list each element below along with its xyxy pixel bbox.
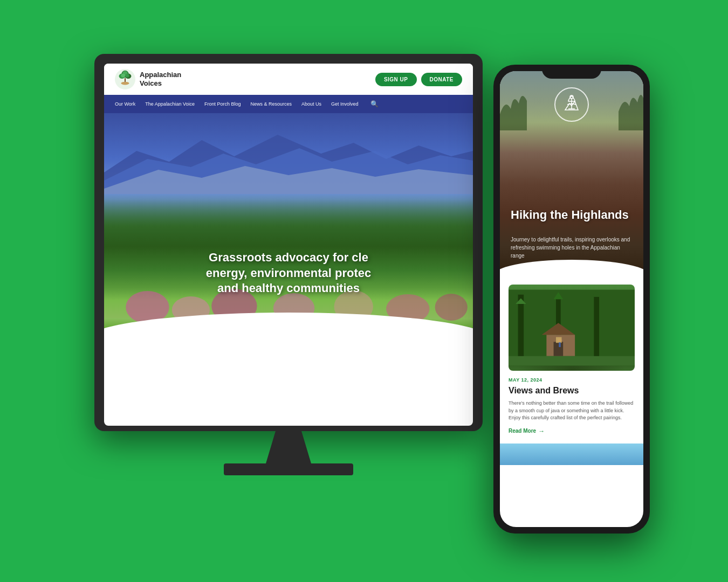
- hero-mountains-svg: [104, 129, 473, 194]
- svg-rect-27: [559, 342, 561, 347]
- hero-text: Grassroots advocacy for cle energy, envi…: [122, 250, 455, 296]
- svg-point-8: [125, 74, 129, 78]
- scene: Appalachian Voices SIGN UP DONATE Our Wo…: [67, 32, 661, 550]
- card-date: MAY 12, 2024: [509, 377, 635, 383]
- phone-outer: Hiking the Highlands Journey to delightf…: [493, 65, 650, 534]
- header-buttons: SIGN UP DONATE: [375, 73, 462, 86]
- site-header: Appalachian Voices SIGN UP DONATE: [104, 64, 473, 95]
- forest-scene-svg: [509, 285, 635, 371]
- site-nav: Our Work The Appalachian Voice Front Por…: [104, 95, 473, 113]
- phone-hero: Hiking the Highlands Journey to delightf…: [500, 71, 643, 276]
- svg-point-7: [121, 74, 125, 78]
- donate-button[interactable]: DONATE: [421, 73, 462, 86]
- logo-text: Appalachian Voices: [140, 71, 181, 87]
- svg-point-26: [558, 338, 561, 342]
- phone-screen: Hiking the Highlands Journey to delightf…: [500, 71, 643, 527]
- card-title: Views and Brews: [509, 386, 635, 396]
- phone-hero-subtitle: Journey to delightful trails, inspiring …: [511, 235, 633, 260]
- phone-hero-badge: [554, 87, 589, 122]
- monitor-stand-neck: [256, 431, 321, 463]
- phone-notch: [542, 65, 601, 79]
- logo-icon: [115, 69, 135, 89]
- site-logo: Appalachian Voices: [115, 69, 181, 89]
- svg-rect-23: [554, 342, 564, 356]
- hero-background: Grassroots advocacy for cle energy, envi…: [104, 113, 473, 340]
- hero-headline: Grassroots advocacy for cle energy, envi…: [122, 250, 455, 296]
- signup-button[interactable]: SIGN UP: [375, 73, 417, 86]
- phone: Hiking the Highlands Journey to delightf…: [493, 65, 650, 534]
- phone-hero-title: Hiking the Highlands: [511, 208, 633, 222]
- phone-card: MAY 12, 2024 Views and Brews There's not…: [500, 276, 643, 444]
- monitor: Appalachian Voices SIGN UP DONATE Our Wo…: [94, 54, 483, 474]
- monitor-outer: Appalachian Voices SIGN UP DONATE Our Wo…: [94, 54, 483, 431]
- svg-rect-18: [518, 294, 524, 361]
- phone-card-image: [509, 285, 635, 371]
- read-more-link[interactable]: Read More →: [509, 427, 635, 435]
- nav-item-about-us[interactable]: About Us: [301, 101, 321, 107]
- svg-point-5: [121, 82, 129, 85]
- hiker-icon: [561, 94, 582, 115]
- nav-item-news-resources[interactable]: News & Resources: [250, 101, 292, 107]
- card-text: There's nothing better than some time on…: [509, 400, 635, 422]
- search-icon[interactable]: 🔍: [370, 100, 379, 108]
- read-more-arrow: →: [538, 427, 545, 435]
- nav-item-appalachian-voice[interactable]: The Appalachian Voice: [145, 101, 195, 107]
- monitor-bezel: Appalachian Voices SIGN UP DONATE Our Wo…: [104, 64, 473, 426]
- monitor-stand-base: [224, 463, 353, 475]
- svg-point-15: [435, 294, 468, 321]
- nav-item-front-porch-blog[interactable]: Front Porch Blog: [204, 101, 241, 107]
- website: Appalachian Voices SIGN UP DONATE Our Wo…: [104, 64, 473, 426]
- read-more-label: Read More: [509, 428, 536, 434]
- svg-rect-25: [509, 356, 635, 366]
- hero-section: Grassroots advocacy for cle energy, envi…: [104, 113, 473, 340]
- nav-item-get-involved[interactable]: Get Involved: [331, 101, 359, 107]
- phone-bottom-strip: [500, 444, 643, 465]
- nav-item-our-work[interactable]: Our Work: [115, 101, 135, 107]
- svg-rect-20: [594, 297, 599, 361]
- svg-rect-4: [125, 78, 126, 82]
- card-image-scene: [509, 285, 635, 371]
